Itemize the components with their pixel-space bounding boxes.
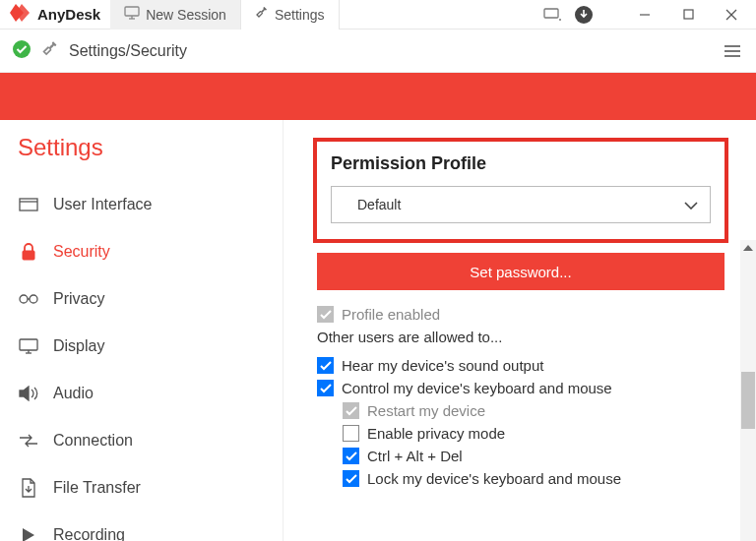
svg-rect-20 bbox=[20, 339, 37, 350]
content-area: Settings User Interface Security Privacy… bbox=[0, 120, 756, 541]
checkbox-checked[interactable] bbox=[343, 448, 359, 464]
sidebar-item-connection[interactable]: Connection bbox=[18, 417, 283, 464]
perm-label: Control my device's keyboard and mouse bbox=[342, 380, 612, 396]
permission-profile-title: Permission Profile bbox=[331, 153, 711, 174]
checkbox-disabled bbox=[317, 306, 334, 323]
play-icon bbox=[18, 527, 39, 541]
app-logo: AnyDesk bbox=[0, 4, 110, 25]
profile-dropdown-value: Default bbox=[357, 197, 401, 212]
sidebar-item-audio[interactable]: Audio bbox=[18, 370, 283, 417]
chevron-down-icon bbox=[684, 197, 698, 212]
svg-point-10 bbox=[13, 40, 31, 58]
perm-hear-sound[interactable]: Hear my device's sound output bbox=[317, 357, 728, 374]
checkbox-disabled bbox=[343, 402, 359, 419]
sidebar-item-label: Security bbox=[53, 243, 110, 261]
svg-point-18 bbox=[30, 295, 37, 303]
perm-label: Ctrl + Alt + Del bbox=[367, 448, 463, 464]
anydesk-logo-icon bbox=[10, 4, 32, 25]
close-button[interactable] bbox=[713, 1, 750, 29]
svg-rect-16 bbox=[23, 251, 34, 260]
perm-cad[interactable]: Ctrl + Alt + Del bbox=[343, 448, 728, 464]
perm-label: Restart my device bbox=[367, 402, 485, 419]
settings-title: Settings bbox=[18, 134, 283, 161]
vertical-scrollbar[interactable] bbox=[740, 240, 756, 541]
sidebar-item-user-interface[interactable]: User Interface bbox=[18, 181, 283, 228]
sidebar-item-label: User Interface bbox=[53, 196, 152, 213]
sidebar: Settings User Interface Security Privacy… bbox=[0, 120, 284, 541]
sidebar-item-label: Connection bbox=[53, 432, 133, 450]
perm-label: Lock my device's keyboard and mouse bbox=[367, 470, 621, 487]
checkbox-checked[interactable] bbox=[343, 470, 359, 487]
monitor-icon bbox=[124, 6, 140, 23]
svg-rect-7 bbox=[684, 10, 693, 19]
file-icon bbox=[18, 478, 39, 498]
svg-rect-14 bbox=[20, 199, 37, 210]
maximize-button[interactable] bbox=[669, 1, 707, 29]
perm-control-kbm[interactable]: Control my device's keyboard and mouse bbox=[317, 380, 728, 396]
sidebar-item-label: File Transfer bbox=[53, 479, 141, 497]
wrench-icon bbox=[255, 6, 269, 23]
scroll-up-icon[interactable] bbox=[740, 240, 756, 256]
sidebar-item-label: Display bbox=[53, 337, 104, 355]
sidebar-item-label: Audio bbox=[53, 385, 94, 402]
tab-label: New Session bbox=[146, 7, 226, 23]
breadcrumb: Settings/Security bbox=[69, 42, 711, 60]
tab-new-session[interactable]: New Session bbox=[110, 0, 241, 30]
sidebar-item-security[interactable]: Security bbox=[18, 228, 283, 275]
set-password-button[interactable]: Set password... bbox=[317, 253, 724, 290]
sidebar-item-privacy[interactable]: Privacy bbox=[18, 275, 283, 323]
cast-icon[interactable] bbox=[539, 2, 565, 28]
scrollbar-thumb[interactable] bbox=[741, 372, 755, 429]
perm-lock-kbm[interactable]: Lock my device's keyboard and mouse bbox=[343, 470, 728, 487]
permission-profile-highlight: Permission Profile Default bbox=[313, 138, 728, 243]
checkbox-checked[interactable] bbox=[317, 357, 334, 374]
tab-label: Settings bbox=[275, 7, 325, 23]
sidebar-item-label: Recording bbox=[53, 526, 125, 541]
sidebar-item-display[interactable]: Display bbox=[18, 323, 283, 370]
display-icon bbox=[18, 338, 39, 354]
lock-icon bbox=[18, 243, 39, 261]
svg-rect-3 bbox=[544, 9, 558, 18]
speaker-icon bbox=[18, 386, 39, 401]
title-bar-right bbox=[539, 1, 756, 29]
minimize-button[interactable] bbox=[626, 1, 663, 29]
svg-rect-0 bbox=[125, 7, 139, 16]
sub-bar: Settings/Security bbox=[0, 30, 756, 73]
svg-point-17 bbox=[20, 295, 28, 303]
profile-enabled-row: Profile enabled bbox=[317, 306, 728, 323]
wrench-icon bbox=[41, 40, 59, 61]
ui-icon bbox=[18, 198, 39, 211]
banner bbox=[0, 73, 756, 120]
sidebar-item-file-transfer[interactable]: File Transfer bbox=[18, 464, 283, 511]
perm-restart: Restart my device bbox=[343, 402, 728, 419]
perm-label: Enable privacy mode bbox=[367, 425, 505, 442]
profile-enabled-label: Profile enabled bbox=[342, 306, 440, 323]
status-ok-icon bbox=[12, 39, 32, 62]
checkbox-unchecked[interactable] bbox=[343, 425, 359, 442]
status-dot-icon[interactable] bbox=[571, 2, 597, 28]
perm-privacy-mode[interactable]: Enable privacy mode bbox=[343, 425, 728, 442]
menu-icon[interactable] bbox=[721, 39, 744, 63]
main-panel: Permission Profile Default Set password.… bbox=[284, 120, 756, 541]
tab-settings[interactable]: Settings bbox=[241, 0, 340, 30]
set-password-label: Set password... bbox=[470, 264, 571, 280]
perm-label: Hear my device's sound output bbox=[342, 357, 543, 374]
app-name: AnyDesk bbox=[37, 6, 100, 23]
checkbox-checked[interactable] bbox=[317, 380, 334, 396]
permission-list: Profile enabled Other users are allowed … bbox=[313, 306, 728, 487]
sidebar-item-recording[interactable]: Recording bbox=[18, 511, 283, 541]
glasses-icon bbox=[18, 294, 39, 304]
profile-dropdown[interactable]: Default bbox=[331, 186, 711, 223]
sidebar-item-label: Privacy bbox=[53, 290, 104, 308]
arrows-icon bbox=[18, 434, 39, 448]
allowed-text: Other users are allowed to... bbox=[317, 329, 728, 345]
title-bar: AnyDesk New Session Settings bbox=[0, 0, 756, 30]
